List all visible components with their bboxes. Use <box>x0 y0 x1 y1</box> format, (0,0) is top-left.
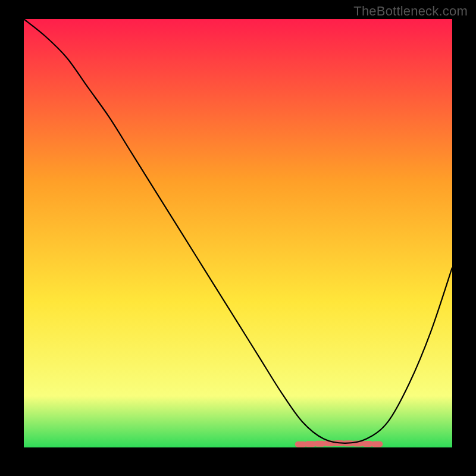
watermark-text: TheBottleneck.com <box>353 4 468 19</box>
chart-svg <box>24 19 452 447</box>
plot-area <box>24 19 452 447</box>
gradient-background <box>24 19 452 447</box>
chart-container: TheBottleneck.com <box>0 0 476 476</box>
